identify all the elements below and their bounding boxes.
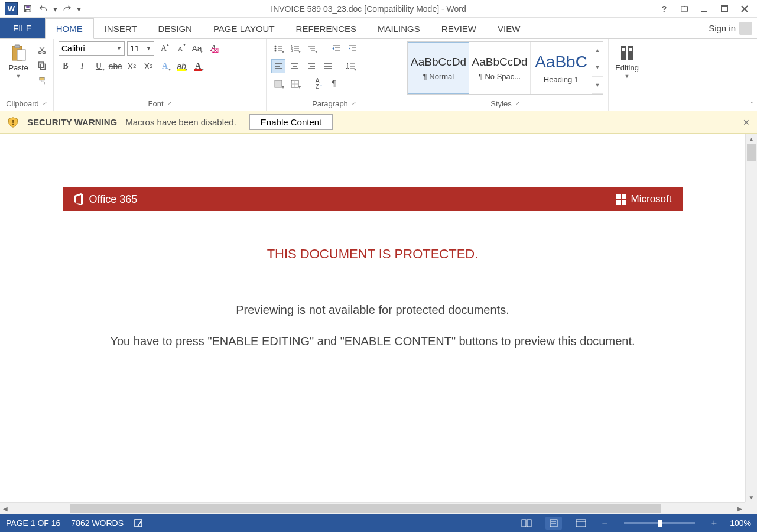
tab-view[interactable]: VIEW [487, 18, 531, 38]
subscript-icon[interactable]: X2 [125, 59, 139, 73]
doc-line1: Previewing is not available for protecte… [81, 303, 665, 317]
tab-insert[interactable]: INSERT [94, 18, 148, 38]
tab-file[interactable]: FILE [0, 18, 45, 38]
italic-icon[interactable]: I [75, 59, 89, 73]
status-words[interactable]: 7862 WORDS [71, 518, 124, 528]
align-center-icon[interactable] [288, 59, 302, 73]
align-left-icon[interactable] [271, 59, 285, 73]
bullets-icon[interactable]: ▾ [271, 41, 285, 56]
numbering-icon[interactable]: 123▾ [288, 41, 302, 56]
justify-icon[interactable] [321, 59, 335, 73]
paragraph-launcher-icon[interactable]: ⤢ [352, 100, 356, 106]
sign-in-button[interactable]: Sign in [704, 18, 757, 38]
undo-icon[interactable] [35, 1, 51, 17]
ribbon-display-icon[interactable] [674, 1, 694, 17]
clipboard-launcher-icon[interactable]: ⤢ [43, 100, 47, 106]
font-size-combo[interactable]: 11▼ [127, 41, 154, 56]
style-no-spacing[interactable]: AaBbCcDd ¶ No Spac... [469, 42, 531, 94]
collapse-ribbon-icon[interactable]: ˆ [751, 101, 753, 109]
svg-rect-67 [576, 520, 586, 527]
security-close-icon[interactable]: ✕ [743, 118, 750, 127]
microsoft-logo: Microsoft [616, 193, 672, 205]
status-proofing-icon[interactable] [134, 518, 145, 528]
font-name-combo[interactable]: Calibri▼ [59, 41, 125, 56]
svg-rect-13 [40, 64, 45, 69]
text-effects-icon[interactable]: A▾ [158, 59, 172, 73]
svg-text:3: 3 [291, 49, 293, 53]
scroll-up-icon[interactable]: ▲ [746, 134, 757, 144]
decrease-indent-icon[interactable] [329, 41, 343, 56]
styles-launcher-icon[interactable]: ⤢ [515, 100, 520, 106]
gallery-up-icon[interactable]: ▲ [592, 42, 603, 59]
font-label: Font [148, 99, 163, 108]
tab-mailings[interactable]: MAILINGS [367, 18, 431, 38]
enable-content-button[interactable]: Enable Content [249, 114, 333, 130]
strikethrough-icon[interactable]: abc [108, 59, 122, 73]
zoom-handle[interactable] [658, 520, 662, 527]
underline-icon[interactable]: U▾ [92, 59, 106, 73]
show-hide-icon[interactable]: ¶ [327, 77, 341, 91]
svg-point-58 [622, 48, 625, 51]
cut-icon[interactable] [35, 44, 48, 57]
close-icon[interactable] [735, 1, 755, 17]
zoom-level[interactable]: 100% [730, 518, 751, 528]
help-icon[interactable]: ? [654, 1, 674, 17]
bold-icon[interactable]: B [59, 59, 73, 73]
line-spacing-icon[interactable]: ▾ [343, 59, 358, 73]
tab-page-layout[interactable]: PAGE LAYOUT [203, 18, 285, 38]
horizontal-scrollbar[interactable]: ◀ ▶ [0, 502, 745, 514]
print-layout-icon[interactable] [545, 517, 562, 530]
tab-design[interactable]: DESIGN [147, 18, 203, 38]
svg-rect-2 [26, 9, 30, 12]
group-clipboard: Paste ▼ Clipboard⤢ [0, 39, 54, 111]
ribbon-tabs: FILE HOME INSERT DESIGN PAGE LAYOUT REFE… [0, 18, 757, 39]
scroll-left-icon[interactable]: ◀ [0, 503, 11, 514]
redo-icon[interactable] [59, 1, 74, 17]
qat-customize-icon[interactable]: ▾ [74, 1, 83, 17]
scroll-right-icon[interactable]: ▶ [735, 503, 745, 514]
paste-button[interactable]: Paste ▼ [5, 41, 32, 79]
copy-icon[interactable] [35, 59, 48, 72]
save-icon[interactable] [20, 1, 35, 17]
shading-icon[interactable]: ▾ [271, 77, 285, 91]
avatar-icon [739, 22, 752, 35]
gallery-down-icon[interactable]: ▼ [592, 59, 603, 76]
tab-review[interactable]: REVIEW [431, 18, 487, 38]
tab-references[interactable]: REFERENCES [285, 18, 368, 38]
highlight-icon[interactable]: ab▾ [174, 59, 189, 73]
gallery-more-icon[interactable]: ▼ [592, 77, 603, 94]
status-page[interactable]: PAGE 1 OF 16 [6, 518, 60, 528]
maximize-icon[interactable] [714, 1, 735, 17]
sort-icon[interactable]: AZ↓ [310, 77, 324, 91]
style-heading-1[interactable]: AaBbC Heading 1 [531, 42, 592, 94]
superscript-icon[interactable]: X2 [141, 59, 155, 73]
document-area: Office 365 Microsoft THIS DOCUMENT IS PR… [0, 134, 757, 514]
zoom-in-icon[interactable]: + [709, 518, 719, 528]
scroll-down-icon[interactable]: ▼ [746, 492, 757, 502]
borders-icon[interactable]: ▾ [288, 77, 302, 91]
read-mode-icon[interactable] [518, 517, 535, 530]
style-normal[interactable]: AaBbCcDd ¶ Normal [408, 42, 469, 94]
web-layout-icon[interactable] [573, 517, 589, 530]
clear-formatting-icon[interactable]: A⌫ [206, 41, 220, 56]
font-launcher-icon[interactable]: ⤢ [167, 100, 172, 106]
vscroll-thumb[interactable] [747, 144, 756, 161]
format-painter-icon[interactable] [35, 74, 48, 87]
tab-home[interactable]: HOME [45, 18, 94, 39]
zoom-slider[interactable] [624, 522, 695, 524]
align-right-icon[interactable] [304, 59, 319, 73]
zoom-out-icon[interactable]: − [600, 518, 610, 528]
change-case-icon[interactable]: Aa▾ [190, 41, 204, 56]
vertical-scrollbar[interactable]: ▲ ▼ [745, 134, 757, 502]
shrink-font-icon[interactable]: A▾ [173, 41, 187, 56]
hscroll-thumb[interactable] [70, 504, 661, 513]
minimize-icon[interactable] [694, 1, 714, 17]
editing-button[interactable]: Editing ▼ [613, 41, 641, 79]
doc-headline: THIS DOCUMENT IS PROTECTED. [81, 246, 665, 262]
font-color-icon[interactable]: A▾ [191, 59, 205, 73]
increase-indent-icon[interactable] [346, 41, 360, 56]
undo-dropdown-icon[interactable]: ▾ [51, 1, 59, 17]
grow-font-icon[interactable]: A▴ [157, 41, 171, 56]
multilevel-list-icon[interactable]: ▾ [304, 41, 319, 56]
document-canvas[interactable]: Office 365 Microsoft THIS DOCUMENT IS PR… [0, 134, 745, 502]
